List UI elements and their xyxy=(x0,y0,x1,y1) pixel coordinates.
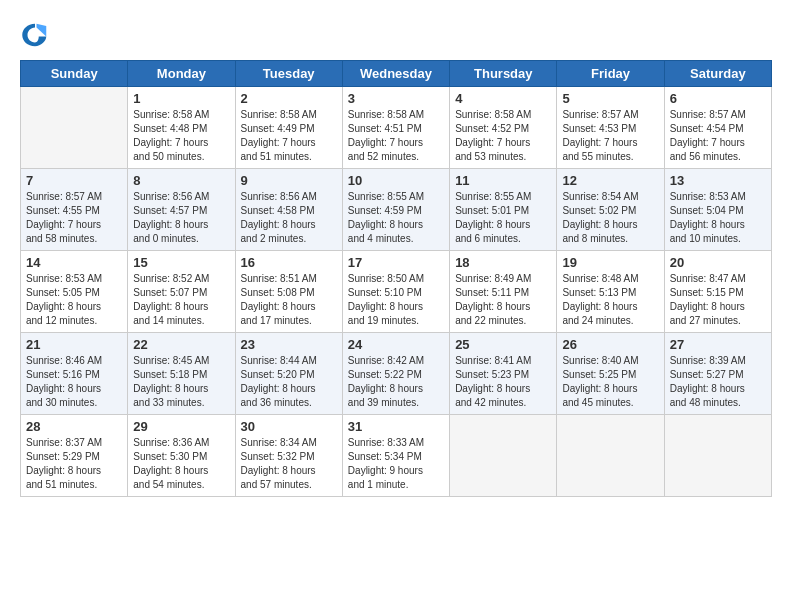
day-number: 16 xyxy=(241,255,337,270)
day-info: Sunrise: 8:55 AMSunset: 5:01 PMDaylight:… xyxy=(455,190,551,246)
day-cell xyxy=(557,415,664,497)
day-info: Sunrise: 8:57 AMSunset: 4:54 PMDaylight:… xyxy=(670,108,766,164)
day-number: 31 xyxy=(348,419,444,434)
day-cell: 8Sunrise: 8:56 AMSunset: 4:57 PMDaylight… xyxy=(128,169,235,251)
day-cell: 17Sunrise: 8:50 AMSunset: 5:10 PMDayligh… xyxy=(342,251,449,333)
day-info: Sunrise: 8:54 AMSunset: 5:02 PMDaylight:… xyxy=(562,190,658,246)
day-number: 19 xyxy=(562,255,658,270)
day-cell: 16Sunrise: 8:51 AMSunset: 5:08 PMDayligh… xyxy=(235,251,342,333)
day-number: 23 xyxy=(241,337,337,352)
day-info: Sunrise: 8:46 AMSunset: 5:16 PMDaylight:… xyxy=(26,354,122,410)
day-info: Sunrise: 8:33 AMSunset: 5:34 PMDaylight:… xyxy=(348,436,444,492)
weekday-header-friday: Friday xyxy=(557,61,664,87)
day-info: Sunrise: 8:58 AMSunset: 4:51 PMDaylight:… xyxy=(348,108,444,164)
day-cell: 28Sunrise: 8:37 AMSunset: 5:29 PMDayligh… xyxy=(21,415,128,497)
day-cell: 14Sunrise: 8:53 AMSunset: 5:05 PMDayligh… xyxy=(21,251,128,333)
day-number: 13 xyxy=(670,173,766,188)
day-cell: 11Sunrise: 8:55 AMSunset: 5:01 PMDayligh… xyxy=(450,169,557,251)
day-info: Sunrise: 8:57 AMSunset: 4:53 PMDaylight:… xyxy=(562,108,658,164)
day-cell: 24Sunrise: 8:42 AMSunset: 5:22 PMDayligh… xyxy=(342,333,449,415)
day-cell: 29Sunrise: 8:36 AMSunset: 5:30 PMDayligh… xyxy=(128,415,235,497)
weekday-header-thursday: Thursday xyxy=(450,61,557,87)
day-info: Sunrise: 8:49 AMSunset: 5:11 PMDaylight:… xyxy=(455,272,551,328)
day-cell xyxy=(664,415,771,497)
day-info: Sunrise: 8:51 AMSunset: 5:08 PMDaylight:… xyxy=(241,272,337,328)
day-info: Sunrise: 8:57 AMSunset: 4:55 PMDaylight:… xyxy=(26,190,122,246)
day-number: 25 xyxy=(455,337,551,352)
day-number: 15 xyxy=(133,255,229,270)
day-cell: 22Sunrise: 8:45 AMSunset: 5:18 PMDayligh… xyxy=(128,333,235,415)
day-number: 14 xyxy=(26,255,122,270)
day-info: Sunrise: 8:45 AMSunset: 5:18 PMDaylight:… xyxy=(133,354,229,410)
day-info: Sunrise: 8:56 AMSunset: 4:57 PMDaylight:… xyxy=(133,190,229,246)
day-cell: 19Sunrise: 8:48 AMSunset: 5:13 PMDayligh… xyxy=(557,251,664,333)
day-number: 29 xyxy=(133,419,229,434)
day-info: Sunrise: 8:36 AMSunset: 5:30 PMDaylight:… xyxy=(133,436,229,492)
day-cell: 15Sunrise: 8:52 AMSunset: 5:07 PMDayligh… xyxy=(128,251,235,333)
week-row-1: 1Sunrise: 8:58 AMSunset: 4:48 PMDaylight… xyxy=(21,87,772,169)
day-number: 27 xyxy=(670,337,766,352)
day-number: 12 xyxy=(562,173,658,188)
day-number: 10 xyxy=(348,173,444,188)
weekday-header-monday: Monday xyxy=(128,61,235,87)
day-number: 2 xyxy=(241,91,337,106)
day-info: Sunrise: 8:39 AMSunset: 5:27 PMDaylight:… xyxy=(670,354,766,410)
day-cell: 27Sunrise: 8:39 AMSunset: 5:27 PMDayligh… xyxy=(664,333,771,415)
day-info: Sunrise: 8:56 AMSunset: 4:58 PMDaylight:… xyxy=(241,190,337,246)
week-row-4: 21Sunrise: 8:46 AMSunset: 5:16 PMDayligh… xyxy=(21,333,772,415)
day-number: 24 xyxy=(348,337,444,352)
day-number: 4 xyxy=(455,91,551,106)
day-number: 6 xyxy=(670,91,766,106)
weekday-header-tuesday: Tuesday xyxy=(235,61,342,87)
day-number: 9 xyxy=(241,173,337,188)
weekday-header-saturday: Saturday xyxy=(664,61,771,87)
day-cell: 1Sunrise: 8:58 AMSunset: 4:48 PMDaylight… xyxy=(128,87,235,169)
day-number: 22 xyxy=(133,337,229,352)
weekday-header-wednesday: Wednesday xyxy=(342,61,449,87)
day-cell: 21Sunrise: 8:46 AMSunset: 5:16 PMDayligh… xyxy=(21,333,128,415)
weekday-header-sunday: Sunday xyxy=(21,61,128,87)
day-cell: 2Sunrise: 8:58 AMSunset: 4:49 PMDaylight… xyxy=(235,87,342,169)
day-cell: 23Sunrise: 8:44 AMSunset: 5:20 PMDayligh… xyxy=(235,333,342,415)
day-cell: 9Sunrise: 8:56 AMSunset: 4:58 PMDaylight… xyxy=(235,169,342,251)
day-number: 11 xyxy=(455,173,551,188)
day-cell: 25Sunrise: 8:41 AMSunset: 5:23 PMDayligh… xyxy=(450,333,557,415)
day-cell xyxy=(450,415,557,497)
logo xyxy=(20,20,54,50)
week-row-3: 14Sunrise: 8:53 AMSunset: 5:05 PMDayligh… xyxy=(21,251,772,333)
day-info: Sunrise: 8:52 AMSunset: 5:07 PMDaylight:… xyxy=(133,272,229,328)
day-cell: 13Sunrise: 8:53 AMSunset: 5:04 PMDayligh… xyxy=(664,169,771,251)
day-info: Sunrise: 8:53 AMSunset: 5:05 PMDaylight:… xyxy=(26,272,122,328)
day-cell: 18Sunrise: 8:49 AMSunset: 5:11 PMDayligh… xyxy=(450,251,557,333)
week-row-5: 28Sunrise: 8:37 AMSunset: 5:29 PMDayligh… xyxy=(21,415,772,497)
day-cell xyxy=(21,87,128,169)
day-number: 18 xyxy=(455,255,551,270)
day-cell: 4Sunrise: 8:58 AMSunset: 4:52 PMDaylight… xyxy=(450,87,557,169)
day-number: 5 xyxy=(562,91,658,106)
day-info: Sunrise: 8:42 AMSunset: 5:22 PMDaylight:… xyxy=(348,354,444,410)
day-cell: 10Sunrise: 8:55 AMSunset: 4:59 PMDayligh… xyxy=(342,169,449,251)
day-info: Sunrise: 8:55 AMSunset: 4:59 PMDaylight:… xyxy=(348,190,444,246)
day-info: Sunrise: 8:34 AMSunset: 5:32 PMDaylight:… xyxy=(241,436,337,492)
day-cell: 7Sunrise: 8:57 AMSunset: 4:55 PMDaylight… xyxy=(21,169,128,251)
calendar-table: SundayMondayTuesdayWednesdayThursdayFrid… xyxy=(20,60,772,497)
day-number: 30 xyxy=(241,419,337,434)
day-info: Sunrise: 8:50 AMSunset: 5:10 PMDaylight:… xyxy=(348,272,444,328)
day-info: Sunrise: 8:41 AMSunset: 5:23 PMDaylight:… xyxy=(455,354,551,410)
weekday-header-row: SundayMondayTuesdayWednesdayThursdayFrid… xyxy=(21,61,772,87)
day-number: 21 xyxy=(26,337,122,352)
day-info: Sunrise: 8:58 AMSunset: 4:48 PMDaylight:… xyxy=(133,108,229,164)
day-cell: 31Sunrise: 8:33 AMSunset: 5:34 PMDayligh… xyxy=(342,415,449,497)
page-header xyxy=(20,20,772,50)
day-number: 3 xyxy=(348,91,444,106)
day-number: 7 xyxy=(26,173,122,188)
day-info: Sunrise: 8:37 AMSunset: 5:29 PMDaylight:… xyxy=(26,436,122,492)
day-cell: 5Sunrise: 8:57 AMSunset: 4:53 PMDaylight… xyxy=(557,87,664,169)
day-info: Sunrise: 8:48 AMSunset: 5:13 PMDaylight:… xyxy=(562,272,658,328)
day-cell: 26Sunrise: 8:40 AMSunset: 5:25 PMDayligh… xyxy=(557,333,664,415)
day-number: 8 xyxy=(133,173,229,188)
day-cell: 6Sunrise: 8:57 AMSunset: 4:54 PMDaylight… xyxy=(664,87,771,169)
day-number: 17 xyxy=(348,255,444,270)
day-info: Sunrise: 8:58 AMSunset: 4:49 PMDaylight:… xyxy=(241,108,337,164)
day-cell: 3Sunrise: 8:58 AMSunset: 4:51 PMDaylight… xyxy=(342,87,449,169)
